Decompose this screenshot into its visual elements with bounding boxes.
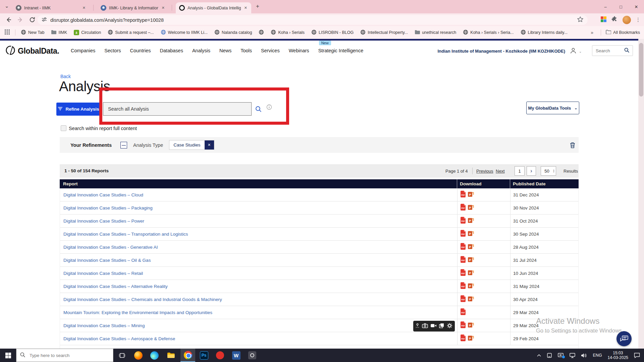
pdf-download-icon[interactable]: PDF <box>460 269 466 277</box>
bookmark-item-9[interactable]: LISROBIN - BLOG <box>311 29 354 36</box>
user-icon[interactable] <box>570 47 577 56</box>
tab-close-icon[interactable]: ✕ <box>82 6 86 10</box>
pdf-download-icon[interactable]: PDF <box>460 282 466 290</box>
previous-page-link[interactable]: Previous <box>476 169 493 174</box>
report-link[interactable]: Digital Innovation Case Studies – Transp… <box>63 232 188 237</box>
header-search-icon[interactable] <box>624 47 630 54</box>
ppt-download-icon[interactable]: P <box>468 230 474 238</box>
back-button-icon[interactable] <box>5 16 12 23</box>
site-info-icon[interactable] <box>42 17 47 23</box>
network-icon[interactable] <box>570 353 575 358</box>
tablet-mode-icon[interactable] <box>547 353 552 358</box>
bookmark-item-4[interactable]: Submit a request –... <box>108 29 154 36</box>
bookmark-star-icon[interactable] <box>577 16 584 24</box>
bookmark-item-11[interactable]: unethical research <box>415 30 456 35</box>
bookmark-item-13[interactable]: Library Interns daily... <box>521 29 568 36</box>
task-view-button[interactable] <box>115 349 129 362</box>
next-page-chevron-button[interactable]: › <box>527 166 536 176</box>
report-link[interactable]: Digital Innovation Case Studies – Power <box>63 219 144 224</box>
pdf-download-icon[interactable]: PDF <box>460 256 466 264</box>
bookmark-item-6[interactable]: Nalanda catalog <box>214 29 252 36</box>
nav-item-sectors[interactable]: Sectors <box>104 48 121 53</box>
record-app-icon[interactable] <box>213 349 227 362</box>
all-bookmarks-button[interactable]: All Bookmarks <box>606 30 640 35</box>
gear-icon[interactable] <box>447 323 452 330</box>
nav-item-tools[interactable]: Tools <box>240 48 252 53</box>
report-link[interactable]: Digital Innovation Case Studies – Aerosp… <box>63 336 175 341</box>
ppt-download-icon[interactable]: P <box>468 296 474 303</box>
browser-tab-1[interactable]: Intranet - IIMK✕ <box>12 2 90 13</box>
bookmark-item-12[interactable]: Koha › Serials › Seria... <box>463 29 514 36</box>
nav-item-databases[interactable]: Databases <box>160 48 183 53</box>
volume-icon[interactable] <box>581 353 587 358</box>
bookmark-item-8[interactable]: Koha › Serials <box>271 29 305 36</box>
ppt-download-icon[interactable]: P <box>468 204 474 212</box>
bookmark-item-5[interactable]: Welcome to IIMK Li... <box>161 29 208 36</box>
capture-tool-icon[interactable] <box>245 349 260 362</box>
profile-avatar[interactable] <box>623 16 631 24</box>
chat-support-button[interactable] <box>616 331 632 346</box>
pdf-download-icon[interactable]: PDF <box>460 308 466 316</box>
extension-colorful-icon[interactable] <box>601 16 606 23</box>
ppt-download-icon[interactable]: P <box>468 191 474 199</box>
new-tab-button[interactable]: + <box>256 3 259 10</box>
page-size-input[interactable]: 50 ▲▼ <box>541 166 556 176</box>
tab-close-icon[interactable]: ✕ <box>161 6 165 10</box>
video-camera-icon[interactable] <box>430 323 437 329</box>
window-maximize-button[interactable]: □ <box>613 4 629 9</box>
ppt-download-icon[interactable]: P <box>468 283 474 290</box>
chrome-icon[interactable] <box>180 349 195 362</box>
firefox-icon[interactable] <box>131 349 146 362</box>
report-link[interactable]: Mountain Tourism: Exploring the Environm… <box>63 310 212 315</box>
pdf-download-icon[interactable]: PDF <box>460 217 466 225</box>
apps-grid-icon[interactable] <box>5 29 10 36</box>
pdf-download-icon[interactable]: PDF <box>460 335 466 343</box>
nav-item-news[interactable]: News <box>219 48 231 53</box>
nav-item-analysis[interactable]: Analysis <box>192 48 210 53</box>
tray-chevron-up-icon[interactable] <box>537 354 541 357</box>
page-number-input[interactable] <box>515 166 525 176</box>
tab-search-chevron-icon[interactable]: ⌄ <box>5 3 9 9</box>
bookmark-item-10[interactable]: Intellectual Property... <box>360 29 408 36</box>
ppt-download-icon[interactable]: P <box>468 256 474 264</box>
pin-options-icon[interactable] <box>416 323 419 329</box>
pdf-download-icon[interactable]: PDF <box>460 204 466 212</box>
file-explorer-icon[interactable] <box>163 349 178 362</box>
window-minimize-button[interactable]: – <box>598 4 613 9</box>
pdf-download-icon[interactable]: PDF <box>460 243 466 251</box>
nav-item-companies[interactable]: Companies <box>71 48 95 53</box>
report-link[interactable]: Digital Innovation Case Studies – Retail <box>63 271 143 276</box>
report-link[interactable]: Digital Innovation Case Studies – Mining <box>63 323 145 328</box>
header-search-box[interactable] <box>592 45 633 56</box>
camera-icon[interactable] <box>422 323 428 329</box>
browser-tab-3[interactable]: Analysis - GlobalData Intellige✕ <box>176 2 251 13</box>
account-chevron-icon[interactable]: ⌄ <box>579 50 582 53</box>
report-link[interactable]: Digital Innovation Case Studies – Chemic… <box>63 297 222 302</box>
report-link[interactable]: Digital Innovation Case Studies – Packag… <box>63 205 153 210</box>
header-search-input[interactable] <box>595 48 624 54</box>
nav-item-strategic-intelligence[interactable]: New Strategic Intelligence <box>318 48 364 53</box>
nav-item-countries[interactable]: Countries <box>130 48 151 53</box>
my-globaldata-tools-button[interactable]: My GlobalData Tools ⌄ <box>526 102 579 114</box>
pdf-download-icon[interactable]: PDF <box>460 191 466 199</box>
screen-share-icon[interactable] <box>558 353 564 358</box>
refinement-chip[interactable]: Case Studies ✕ <box>169 140 214 150</box>
report-link[interactable]: Digital Innovation Case Studies - Genera… <box>63 245 158 250</box>
ppt-download-icon[interactable]: P <box>468 243 474 251</box>
bookmark-item-3[interactable]: kCirculation <box>74 30 101 35</box>
language-indicator[interactable]: ENG <box>593 353 602 358</box>
report-link[interactable]: Digital Innovation Case Studies – Cloud <box>63 192 143 197</box>
ppt-download-icon[interactable]: P <box>468 335 474 343</box>
pdf-download-icon[interactable]: PDF <box>460 295 466 303</box>
ppt-download-icon[interactable]: P <box>468 269 474 277</box>
copy-layers-icon[interactable] <box>439 323 444 329</box>
next-page-link[interactable]: Next <box>496 169 505 174</box>
globaldata-logo[interactable]: GlobalData. <box>5 45 59 57</box>
pdf-download-icon[interactable]: PDF <box>460 321 466 329</box>
page-scrollbar[interactable] <box>638 39 644 349</box>
refine-analysis-button[interactable]: Refine Analysis <box>56 103 101 116</box>
reload-button-icon[interactable] <box>29 16 36 23</box>
report-link[interactable]: Digital Innovation Case Studies – Altern… <box>63 284 168 289</box>
collapse-refinements-button[interactable]: — <box>120 142 127 148</box>
browser-menu-icon[interactable]: ⋮ <box>636 17 641 23</box>
